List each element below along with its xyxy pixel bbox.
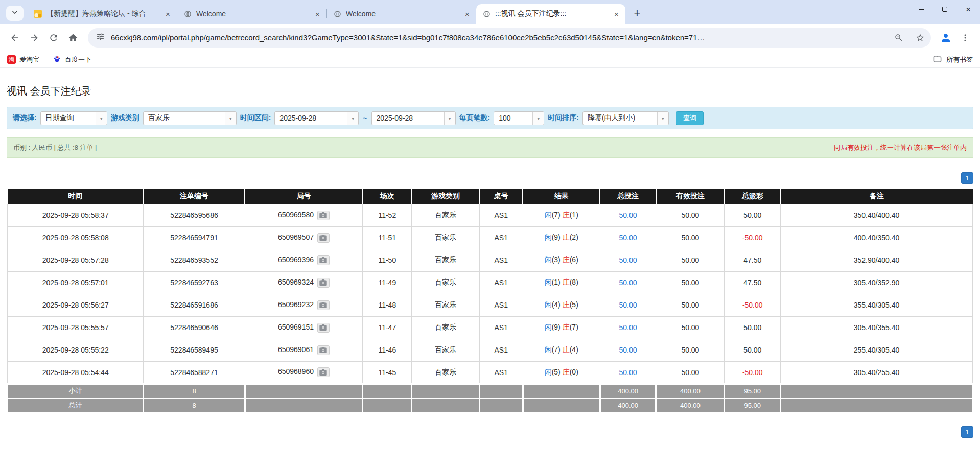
bookmark-label: 百度一下 bbox=[65, 55, 91, 64]
total-bet-link[interactable]: 50.00 bbox=[619, 301, 637, 309]
total-bet-link[interactable]: 50.00 bbox=[619, 368, 637, 377]
table-row: 2025-09-28 05:55:57 522846590646 6509691… bbox=[8, 316, 973, 339]
cell-result: 闲(4) 庄(5) bbox=[523, 294, 600, 316]
page-size-select[interactable]: 100 ▾ bbox=[494, 111, 544, 125]
total-bet-link[interactable]: 50.00 bbox=[619, 278, 637, 287]
tab-close-icon[interactable]: × bbox=[313, 9, 322, 19]
cell-note: 400.40/350.40 bbox=[781, 226, 973, 249]
col-header-payout: 总派彩 bbox=[725, 189, 781, 204]
menu-kebab-button[interactable] bbox=[956, 29, 974, 46]
home-button[interactable] bbox=[64, 29, 82, 46]
caret-down-icon: ▾ bbox=[657, 112, 668, 125]
tab-forum[interactable]: 【新提醒】海燕策略论坛 - 综合 × bbox=[28, 4, 177, 24]
bookmark-taobao[interactable]: 淘 爱淘宝 bbox=[7, 55, 39, 64]
cell-total-bet: 50.00 bbox=[600, 361, 656, 384]
cell-session: 11-47 bbox=[363, 316, 412, 339]
camera-icon[interactable] bbox=[317, 255, 330, 265]
tab-welcome-2[interactable]: Welcome × bbox=[327, 4, 476, 24]
search-button[interactable]: 查询 bbox=[676, 111, 704, 125]
total-bet-link[interactable]: 50.00 bbox=[619, 211, 637, 219]
tab-strip: 【新提醒】海燕策略论坛 - 综合 × Welcome × Welcome × :… bbox=[0, 0, 980, 24]
game-type-select[interactable]: 百家乐 ▾ bbox=[143, 111, 237, 125]
page-1-button[interactable]: 1 bbox=[961, 426, 973, 438]
cell-payout: -50.00 bbox=[725, 226, 781, 249]
camera-icon[interactable] bbox=[317, 278, 330, 288]
bookmark-star-icon[interactable] bbox=[913, 30, 928, 45]
new-tab-button[interactable]: + bbox=[629, 6, 645, 21]
total-bet-link[interactable]: 50.00 bbox=[619, 346, 637, 354]
cell-payout: 47.50 bbox=[725, 271, 781, 294]
total-bet-link[interactable]: 50.00 bbox=[619, 256, 637, 264]
page-1-button[interactable]: 1 bbox=[961, 172, 973, 184]
table-row: 2025-09-28 05:58:37 522846595686 6509695… bbox=[8, 204, 973, 226]
table-row: 2025-09-28 05:57:01 522846592763 6509693… bbox=[8, 271, 973, 294]
cell-table-no: AS1 bbox=[479, 249, 523, 271]
tab-search-button[interactable] bbox=[6, 6, 24, 21]
cell-time: 2025-09-28 05:56:27 bbox=[8, 294, 144, 316]
total-label: 总计 bbox=[8, 398, 144, 412]
cell-total-bet: 50.00 bbox=[600, 339, 656, 361]
cell-valid-bet: 50.00 bbox=[656, 271, 725, 294]
globe-icon bbox=[333, 10, 341, 18]
camera-icon[interactable] bbox=[317, 367, 330, 377]
tab-close-icon[interactable]: × bbox=[163, 9, 173, 19]
camera-icon[interactable] bbox=[317, 345, 330, 355]
profile-avatar-button[interactable] bbox=[937, 29, 954, 46]
tab-welcome-1[interactable]: Welcome × bbox=[177, 4, 326, 24]
cell-session: 11-52 bbox=[363, 204, 412, 226]
maximize-button[interactable] bbox=[933, 0, 956, 18]
pagination-bottom: 1 bbox=[7, 426, 973, 438]
total-bet-link[interactable]: 50.00 bbox=[619, 233, 637, 242]
cell-game-type: 百家乐 bbox=[412, 271, 479, 294]
cell-time: 2025-09-28 05:57:01 bbox=[8, 271, 144, 294]
camera-icon[interactable] bbox=[317, 300, 330, 310]
back-arrow-icon bbox=[10, 33, 20, 43]
cell-session: 11-50 bbox=[363, 249, 412, 271]
cell-table-no: AS1 bbox=[479, 294, 523, 316]
cell-round-id: 650969324 bbox=[245, 271, 362, 294]
minimize-button[interactable] bbox=[909, 0, 933, 18]
tab-betrecord-active[interactable]: :::视讯 会员下注纪录::: × bbox=[476, 4, 625, 24]
total-bet-link[interactable]: 50.00 bbox=[619, 323, 637, 332]
subtotal-label: 小计 bbox=[8, 384, 144, 398]
back-button[interactable] bbox=[6, 29, 24, 46]
cell-table-no: AS1 bbox=[479, 339, 523, 361]
forward-button[interactable] bbox=[26, 29, 43, 46]
site-info-tune-icon[interactable] bbox=[96, 32, 105, 43]
cell-game-type: 百家乐 bbox=[412, 204, 479, 226]
camera-icon[interactable] bbox=[317, 323, 330, 333]
cell-payout: -50.00 bbox=[725, 361, 781, 384]
date-from-input[interactable]: 2025-09-28 ▾ bbox=[274, 111, 359, 125]
tab-close-icon[interactable]: × bbox=[462, 9, 472, 19]
cell-time: 2025-09-28 05:54:44 bbox=[8, 361, 144, 384]
cell-bet-id: 522846590646 bbox=[144, 316, 245, 339]
camera-icon[interactable] bbox=[317, 211, 330, 220]
close-button[interactable]: × bbox=[956, 0, 980, 18]
camera-icon[interactable] bbox=[317, 233, 330, 243]
reload-button[interactable] bbox=[45, 29, 62, 46]
table-row: 2025-09-28 05:54:44 522846588271 6509689… bbox=[8, 361, 973, 384]
valid-bet-notice-text: 同局有效投注，统一计算在该局第一张注单内 bbox=[834, 143, 967, 152]
date-range-tilde: ~ bbox=[363, 114, 367, 122]
zoom-out-icon[interactable] bbox=[891, 30, 906, 45]
bookmark-baidu[interactable]: 百度一下 bbox=[53, 55, 91, 65]
cell-round-id: 650969396 bbox=[245, 249, 362, 271]
cell-bet-id: 522846589495 bbox=[144, 339, 245, 361]
date-to-input[interactable]: 2025-09-28 ▾ bbox=[371, 111, 456, 125]
tab-title: Welcome bbox=[196, 10, 308, 18]
bet-record-table: 时间 注单编号 局号 场次 游戏类别 桌号 结果 总投注 有效投注 总派彩 备注… bbox=[7, 189, 973, 413]
cell-valid-bet: 50.00 bbox=[656, 249, 725, 271]
all-bookmarks[interactable]: 所有书签 bbox=[922, 55, 973, 65]
col-header-total-bet: 总投注 bbox=[600, 189, 656, 204]
url-text[interactable]: 66cxkj98.com/ipl/portal.php/game/betreco… bbox=[111, 33, 885, 42]
query-type-select[interactable]: 日期查询 ▾ bbox=[40, 111, 107, 125]
address-bar[interactable]: 66cxkj98.com/ipl/portal.php/game/betreco… bbox=[88, 28, 931, 48]
cell-result: 闲(9) 庄(2) bbox=[523, 226, 600, 249]
tab-close-icon[interactable]: × bbox=[612, 9, 621, 19]
cell-note: 350.40/400.40 bbox=[781, 204, 973, 226]
cell-bet-id: 522846595686 bbox=[144, 204, 245, 226]
table-body: 2025-09-28 05:58:37 522846595686 6509695… bbox=[8, 204, 973, 384]
sort-select[interactable]: 降幂(由大到小) ▾ bbox=[582, 111, 669, 125]
table-row: 2025-09-28 05:58:08 522846594791 6509695… bbox=[8, 226, 973, 249]
cell-valid-bet: 50.00 bbox=[656, 361, 725, 384]
